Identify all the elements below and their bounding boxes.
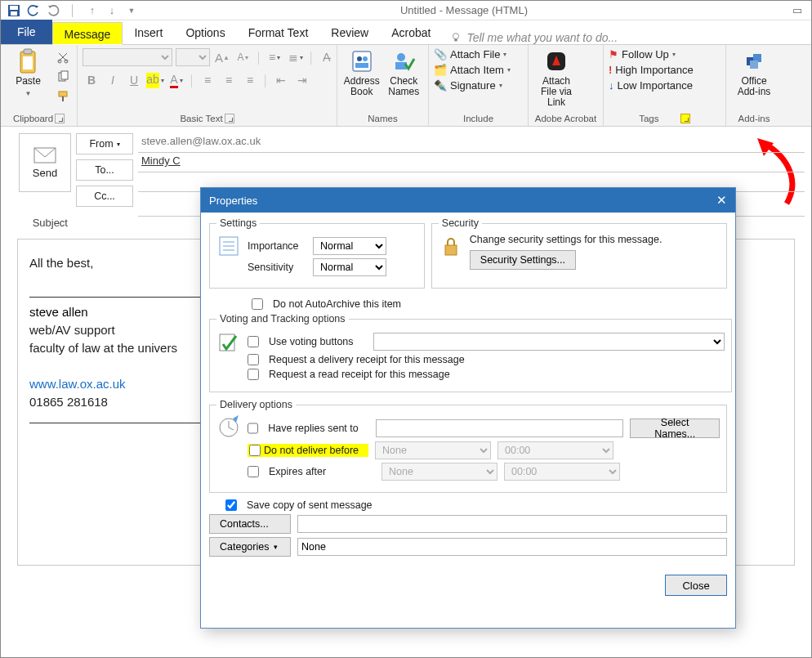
delivery-receipt-checkbox[interactable]	[248, 354, 259, 365]
sensitivity-select[interactable]: Normal	[313, 258, 386, 276]
office-addins-button[interactable]: Office Add-ins	[731, 48, 777, 97]
align-center-icon[interactable]: ≡	[220, 71, 238, 89]
font-color-icon[interactable]: A	[167, 71, 185, 89]
from-field[interactable]: steve.allen@law.ox.ac.uk	[138, 133, 805, 153]
attach-item-label: Attach Item	[450, 64, 504, 76]
attach-via-link-label: Attach File via Link	[533, 76, 579, 108]
to-field[interactable]: Mindy C	[138, 153, 805, 172]
signature-icon: ✒️	[434, 79, 447, 92]
svg-rect-1	[10, 6, 18, 10]
do-not-deliver-checkbox[interactable]	[249, 445, 261, 456]
tab-review[interactable]: Review	[319, 21, 380, 44]
security-settings-button[interactable]: Security Settings...	[470, 250, 576, 270]
clipboard-dialog-launcher[interactable]	[55, 114, 65, 123]
replies-checkbox[interactable]	[248, 423, 258, 434]
redo-icon[interactable]	[44, 2, 62, 20]
voting-checkbox[interactable]	[248, 336, 259, 347]
address-book-label: Address Book	[342, 76, 381, 97]
from-label: From	[89, 138, 113, 150]
format-painter-icon[interactable]	[54, 87, 72, 105]
office-addins-label: Office Add-ins	[731, 76, 777, 97]
bullets-icon[interactable]: ≡	[265, 48, 283, 66]
bold-icon[interactable]: B	[83, 71, 100, 89]
basictext-group-label: Basic Text	[180, 114, 222, 123]
attach-item-button[interactable]: 🗂️Attach Item▾	[434, 64, 511, 76]
attach-via-link-button[interactable]: Attach File via Link	[533, 48, 579, 108]
tab-options[interactable]: Options	[174, 21, 236, 44]
highlight-icon[interactable]: ab	[146, 71, 164, 89]
tab-insert[interactable]: Insert	[123, 21, 174, 44]
svg-point-3	[453, 34, 459, 39]
tab-acrobat[interactable]: Acrobat	[380, 21, 442, 44]
save-copy-checkbox[interactable]	[225, 499, 237, 511]
align-left-icon[interactable]: ≡	[199, 71, 216, 89]
cut-icon[interactable]	[54, 48, 72, 66]
check-names-button[interactable]: Check Names	[385, 48, 424, 97]
importance-select[interactable]: Normal	[313, 237, 386, 255]
copy-icon[interactable]	[54, 68, 72, 86]
select-names-button[interactable]: Select Names...	[630, 419, 720, 438]
deliver-time-select[interactable]: 00:00	[497, 441, 613, 459]
svg-rect-7	[23, 56, 33, 69]
font-size-select[interactable]	[176, 48, 210, 66]
underline-icon[interactable]: U	[125, 71, 143, 89]
high-importance-label: High Importance	[615, 64, 693, 76]
send-label: Send	[33, 167, 57, 179]
follow-up-button[interactable]: ⚑Follow Up▾	[609, 48, 676, 60]
voting-icon	[216, 329, 241, 354]
cc-button[interactable]: Cc...	[76, 186, 133, 207]
low-importance-button[interactable]: ↓Low Importance	[609, 79, 693, 92]
numbering-icon[interactable]: ≣	[287, 48, 305, 66]
italic-icon[interactable]: I	[104, 71, 122, 89]
dialog-close-icon[interactable]: ✕	[716, 193, 727, 208]
tell-me-placeholder: Tell me what you want to do...	[466, 31, 618, 44]
contacts-button[interactable]: Contacts...	[209, 514, 291, 534]
tags-dialog-launcher[interactable]	[680, 114, 690, 123]
contacts-input[interactable]	[297, 515, 727, 533]
tab-message[interactable]: Message	[52, 22, 123, 45]
align-right-icon[interactable]: ≡	[241, 71, 259, 89]
tab-format-text[interactable]: Format Text	[237, 21, 320, 44]
qat-customize-icon[interactable]: ▼	[123, 2, 141, 20]
replies-input[interactable]	[376, 419, 624, 437]
voting-select[interactable]	[373, 333, 725, 351]
expires-time-select[interactable]: 00:00	[504, 463, 620, 481]
next-icon[interactable]: ↓	[103, 2, 121, 20]
from-button[interactable]: From ▾	[76, 133, 133, 154]
tab-file[interactable]: File	[1, 20, 52, 44]
categories-input[interactable]	[297, 538, 727, 556]
deliver-date-select[interactable]: None	[375, 441, 491, 459]
categories-button[interactable]: Categories	[209, 537, 291, 557]
addins-icon	[741, 48, 767, 74]
high-importance-button[interactable]: !High Importance	[609, 64, 694, 76]
undo-icon[interactable]	[25, 2, 42, 20]
save-icon[interactable]	[5, 2, 23, 20]
tell-me-search[interactable]: Tell me what you want to do...	[450, 31, 618, 44]
increase-indent-icon[interactable]: ⇥	[293, 71, 311, 89]
window-help-icon[interactable]: ▭	[787, 2, 807, 20]
svg-rect-11	[61, 71, 68, 79]
address-book-icon	[349, 48, 375, 74]
send-button[interactable]: Send	[19, 133, 71, 192]
decrease-indent-icon[interactable]: ⇤	[272, 71, 290, 89]
clipboard-icon	[16, 48, 42, 74]
svg-rect-6	[24, 49, 32, 54]
expires-checkbox[interactable]	[248, 466, 259, 477]
font-name-select[interactable]	[83, 48, 172, 66]
signature-button[interactable]: ✒️Signature▾	[434, 79, 502, 92]
autoarchive-checkbox[interactable]	[252, 298, 263, 310]
clear-format-icon[interactable]: A̶	[318, 48, 336, 66]
expires-date-select[interactable]: None	[381, 463, 497, 481]
decrease-font-icon[interactable]: A▼	[234, 48, 252, 66]
down-arrow-icon: ↓	[609, 79, 614, 92]
to-button[interactable]: To...	[76, 159, 133, 181]
read-receipt-checkbox[interactable]	[248, 369, 259, 380]
attach-file-button[interactable]: 📎Attach File▾	[434, 48, 506, 60]
prev-icon[interactable]: ↑	[83, 2, 101, 20]
sig-url[interactable]: www.law.ox.ac.uk	[29, 377, 126, 391]
basictext-dialog-launcher[interactable]	[225, 114, 234, 123]
paste-button[interactable]: Paste ▼	[6, 48, 51, 99]
increase-font-icon[interactable]: A▲	[213, 48, 231, 66]
close-button[interactable]: Close	[665, 575, 727, 596]
address-book-button[interactable]: Address Book	[342, 48, 381, 97]
